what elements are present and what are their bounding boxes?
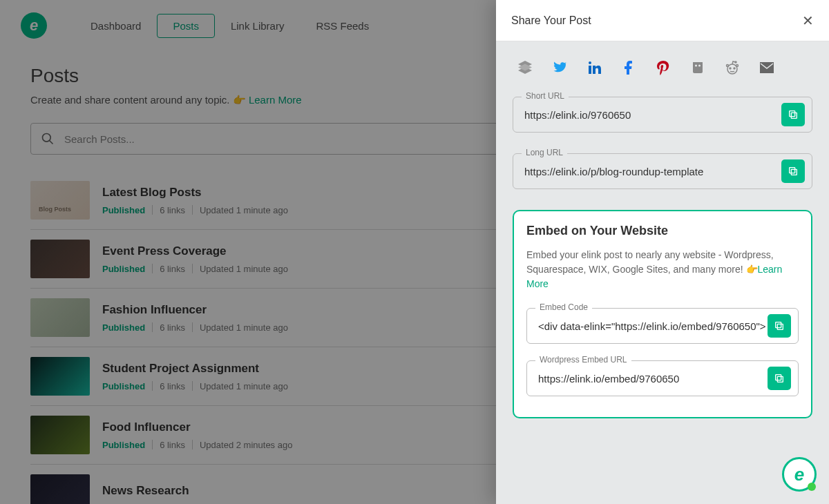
twitter-icon[interactable] [551,59,568,76]
embed-code-label: Embed Code [535,302,592,312]
share-panel: Share Your Post ✕ Short URL https://elin… [496,0,829,504]
copy-wordpress-url-button[interactable] [768,367,791,390]
copy-icon [774,373,785,384]
long-url-label: Long URL [522,148,567,157]
embed-card: Embed on Your Website Embed your elink p… [513,210,812,418]
embed-description: Embed your elink post to nearly any webs… [526,248,799,291]
close-button[interactable]: ✕ [802,12,814,29]
wordpress-url-value[interactable]: https://elink.io/embed/9760650 [538,373,768,385]
reddit-icon[interactable] [724,59,741,76]
linkedin-icon[interactable] [586,59,602,76]
social-share-row [513,59,812,76]
pinterest-icon[interactable] [655,59,671,76]
email-icon[interactable] [759,59,775,76]
long-url-value[interactable]: https://elink.io/p/blog-roundup-template [524,166,781,177]
copy-icon [774,320,785,331]
wordpress-url-field: Wordpress Embed URL https://elink.io/emb… [526,360,799,396]
copy-icon [788,166,799,177]
facebook-icon[interactable] [620,59,637,76]
svg-point-3 [730,68,731,69]
share-panel-title: Share Your Post [511,14,591,27]
hootsuite-icon[interactable] [689,59,706,76]
copy-embed-code-button[interactable] [768,314,791,338]
svg-rect-16 [776,375,781,380]
svg-rect-11 [791,169,797,175]
svg-point-4 [734,68,735,69]
pointing-hand-icon: 👉 [746,262,758,277]
embed-title: Embed on Your Website [526,224,799,238]
svg-point-6 [727,65,729,67]
svg-rect-15 [777,376,783,382]
embed-code-value[interactable]: <div data-elink="https://elink.io/embed/… [538,320,768,332]
svg-rect-13 [777,324,783,329]
copy-short-url-button[interactable] [781,103,805,126]
long-url-field: Long URL https://elink.io/p/blog-roundup… [513,153,812,189]
svg-point-5 [736,65,739,67]
svg-rect-14 [776,322,781,328]
svg-rect-10 [790,111,795,117]
copy-icon [788,109,799,120]
embed-code-field: Embed Code <div data-elink="https://elin… [526,308,799,344]
svg-rect-12 [790,168,795,173]
svg-point-7 [735,61,736,63]
short-url-value[interactable]: https://elink.io/9760650 [524,109,781,121]
buffer-icon[interactable] [517,59,533,76]
wordpress-url-label: Wordpress Embed URL [535,355,631,365]
svg-rect-9 [791,113,797,118]
copy-long-url-button[interactable] [781,159,805,183]
svg-rect-8 [761,63,773,72]
help-fab[interactable]: e [782,457,817,492]
short-url-label: Short URL [522,91,569,101]
short-url-field: Short URL https://elink.io/9760650 [513,97,812,133]
